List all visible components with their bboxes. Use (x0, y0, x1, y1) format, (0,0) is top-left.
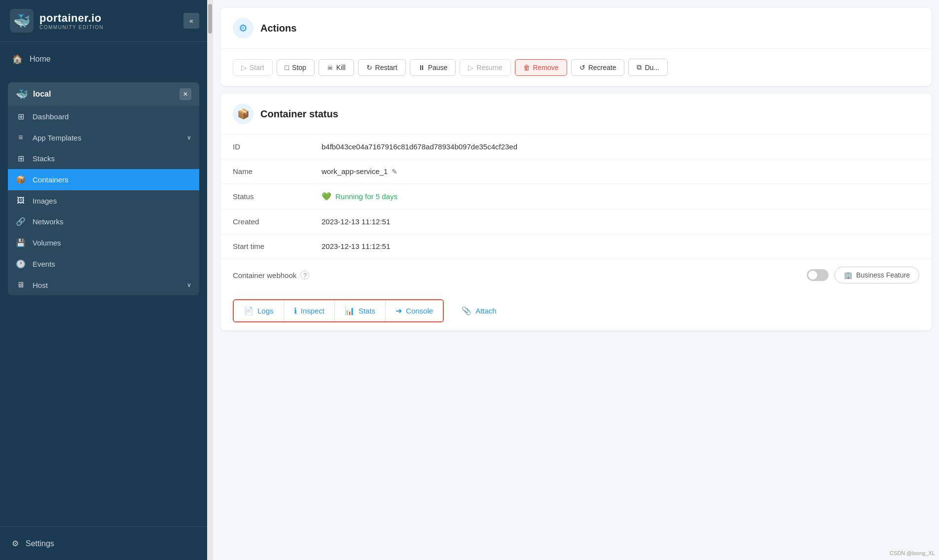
name-edit-icon[interactable]: ✎ (392, 168, 397, 175)
attach-button[interactable]: 📎 Attach (452, 300, 506, 321)
restart-button[interactable]: ↻ Restart (358, 59, 406, 76)
sidebar-item-host[interactable]: 🖥 Host ∨ (8, 275, 199, 295)
sidebar-item-images[interactable]: 🖼 Images (8, 190, 199, 211)
volumes-icon: 💾 (16, 238, 26, 247)
business-feature-icon: 🏢 (844, 271, 852, 279)
webhook-row: Container webhook ? 🏢 Business Feature (221, 258, 931, 291)
dashboard-icon: ⊞ (16, 112, 26, 121)
stop-button[interactable]: □ Stop (277, 59, 315, 76)
networks-icon: 🔗 (16, 217, 26, 226)
sidebar-item-home-label: Home (30, 55, 51, 64)
environment-label: 🐳 local (16, 88, 51, 100)
tabs-area: 📄 Logs ℹ Inspect 📊 Stats ➜ Console (233, 299, 919, 322)
environment-name: local (33, 90, 51, 99)
actions-card-header: ⚙ Actions (221, 8, 931, 49)
recreate-button[interactable]: ↺ Recreate (571, 59, 625, 76)
status-card-icon: 📦 (233, 104, 253, 124)
sidebar-item-settings[interactable]: ⚙ Settings (12, 535, 195, 552)
home-icon: 🏠 (12, 54, 23, 65)
containers-icon: 📦 (16, 175, 26, 184)
actions-row: ▷ Start □ Stop ☠ Kill ↻ Restart ⏸ Pause … (221, 49, 931, 86)
sidebar-item-dashboard[interactable]: ⊞ Dashboard (8, 106, 199, 127)
main-content: ⚙ Actions ▷ Start □ Stop ☠ Kill ↻ Restar… (213, 0, 939, 560)
name-value: work_app-service_1 (322, 167, 388, 175)
status-label: Status (221, 184, 310, 210)
sidebar-item-events-label: Events (33, 260, 55, 268)
sidebar-item-containers[interactable]: 📦 Containers (8, 169, 199, 190)
remove-label: Remove (533, 64, 559, 71)
app-templates-arrow: ∨ (187, 134, 191, 141)
resume-icon: ▷ (468, 64, 473, 71)
sidebar-item-networks[interactable]: 🔗 Networks (8, 211, 199, 232)
webhook-right: 🏢 Business Feature (807, 267, 919, 283)
logo-text: portainer.io COMMUNITY EDITION (39, 12, 104, 30)
tab-inspect[interactable]: ℹ Inspect (284, 300, 335, 321)
id-value: b4fb043ce04a7167916c81d678ad78934b097de3… (310, 135, 931, 159)
inspect-icon: ℹ (294, 306, 297, 315)
webhook-toggle[interactable] (807, 269, 829, 281)
duplicate-button[interactable]: ⧉ Du... (628, 59, 668, 76)
scrollbar-track[interactable] (207, 0, 213, 560)
environment-close-button[interactable]: ✕ (180, 88, 191, 100)
stacks-icon: ⊞ (16, 154, 26, 163)
app-edition: COMMUNITY EDITION (39, 25, 104, 30)
start-button[interactable]: ▷ Start (233, 59, 273, 76)
kill-button[interactable]: ☠ Kill (319, 59, 354, 76)
attach-label: Attach (475, 307, 497, 315)
settings-icon: ⚙ (12, 539, 19, 548)
pause-icon: ⏸ (418, 64, 425, 71)
tab-console[interactable]: ➜ Console (386, 300, 443, 321)
environment-icon: 🐳 (16, 88, 28, 100)
tab-stats[interactable]: 📊 Stats (335, 300, 386, 321)
remove-button[interactable]: 🗑 Remove (515, 59, 567, 76)
sidebar-item-home[interactable]: 🏠 Home (0, 48, 207, 70)
pause-button[interactable]: ⏸ Pause (410, 59, 456, 76)
environment-section: 🐳 local ✕ ⊞ Dashboard ≡ App Templates ∨ … (8, 82, 199, 295)
remove-icon: 🗑 (523, 64, 530, 71)
duplicate-label: Du... (645, 64, 659, 71)
tab-inspect-label: Inspect (301, 307, 325, 315)
app-templates-icon: ≡ (16, 133, 26, 142)
attach-icon: 📎 (462, 306, 471, 315)
sidebar-item-volumes[interactable]: 💾 Volumes (8, 232, 199, 253)
stop-label: Stop (292, 64, 306, 71)
sidebar-header: 🐳 portainer.io COMMUNITY EDITION « (0, 0, 207, 42)
sidebar-item-app-templates[interactable]: ≡ App Templates ∨ (8, 127, 199, 148)
images-icon: 🖼 (16, 196, 26, 205)
start-time-value: 2023-12-13 11:12:51 (310, 234, 931, 259)
sidebar-item-events[interactable]: 🕐 Events (8, 253, 199, 275)
start-icon: ▷ (241, 64, 247, 71)
sidebar-item-stacks[interactable]: ⊞ Stacks (8, 148, 199, 169)
table-row: Start time 2023-12-13 11:12:51 (221, 234, 931, 259)
pause-label: Pause (428, 64, 448, 71)
sidebar: 🐳 portainer.io COMMUNITY EDITION « 🏠 Hom… (0, 0, 207, 560)
sidebar-item-images-label: Images (33, 197, 57, 205)
collapse-button[interactable]: « (183, 13, 199, 29)
status-running: 💚 Running for 5 days (322, 192, 919, 201)
tab-logs[interactable]: 📄 Logs (234, 300, 284, 321)
watermark: CSDN @loong_XL (890, 550, 935, 556)
start-label: Start (250, 64, 264, 71)
sidebar-footer: ⚙ Settings (0, 526, 207, 560)
sidebar-item-volumes-label: Volumes (33, 239, 61, 247)
name-label: Name (221, 159, 310, 184)
business-feature-button[interactable]: 🏢 Business Feature (834, 267, 919, 283)
logo-area: 🐳 portainer.io COMMUNITY EDITION (10, 9, 104, 33)
status-title: Container status (260, 108, 338, 120)
table-row: Created 2023-12-13 11:12:51 (221, 210, 931, 234)
name-edit-row: work_app-service_1 ✎ (322, 167, 919, 175)
bottom-tabs-wrapper: 📄 Logs ℹ Inspect 📊 Stats ➜ Console (221, 291, 931, 330)
id-label: ID (221, 135, 310, 159)
table-row: ID b4fb043ce04a7167916c81d678ad78934b097… (221, 135, 931, 159)
webhook-help-icon[interactable]: ? (300, 271, 309, 280)
start-time-label: Start time (221, 234, 310, 259)
sidebar-item-containers-label: Containers (33, 175, 69, 184)
status-value: Running for 5 days (335, 192, 397, 201)
resume-button[interactable]: ▷ Resume (460, 59, 510, 76)
settings-label: Settings (26, 539, 54, 548)
kill-label: Kill (336, 64, 346, 71)
scrollbar-thumb[interactable] (208, 4, 212, 34)
recreate-icon: ↺ (579, 64, 585, 71)
kill-icon: ☠ (327, 64, 333, 71)
events-icon: 🕐 (16, 259, 26, 269)
